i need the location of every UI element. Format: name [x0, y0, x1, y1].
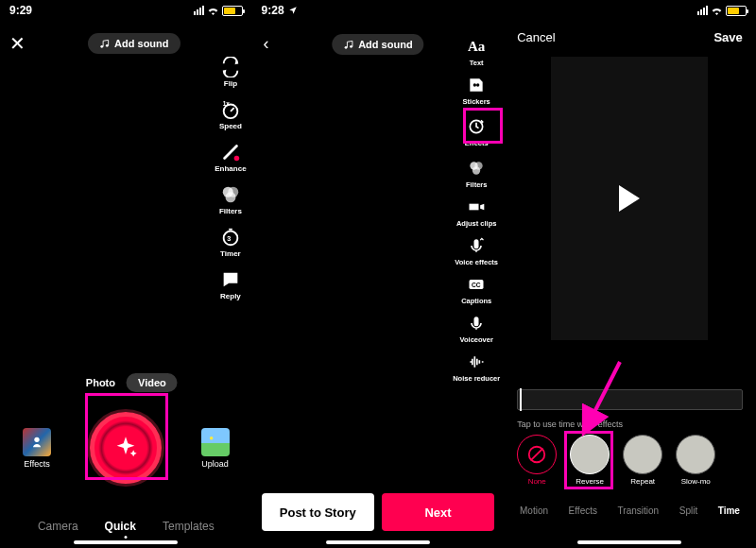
svg-point-7: [225, 192, 235, 202]
tab-camera[interactable]: Camera: [38, 520, 78, 533]
filters-tool[interactable]: Filters: [466, 158, 488, 189]
cat-time[interactable]: Time: [718, 505, 740, 516]
enhance-icon: [220, 142, 241, 163]
status-bar: 9:29: [0, 0, 252, 21]
filters-tool[interactable]: Filters: [219, 184, 242, 215]
timeline-scrubber[interactable]: [517, 389, 743, 410]
svg-point-12: [345, 45, 348, 48]
cat-transition[interactable]: Transition: [618, 505, 660, 516]
status-bar: [504, 0, 756, 21]
edit-tool-rail: Aa Text Stickers Effects Filters Adjust …: [453, 36, 500, 383]
flip-icon: [220, 57, 241, 77]
svg-rect-21: [474, 239, 479, 248]
tab-templates[interactable]: Templates: [163, 520, 215, 533]
add-sound-label: Add sound: [114, 38, 168, 49]
battery-icon: [726, 6, 747, 16]
close-icon[interactable]: ✕: [9, 32, 26, 55]
cancel-button[interactable]: Cancel: [517, 30, 555, 44]
captions-icon: CC: [466, 274, 487, 295]
adjust-clips-tool[interactable]: Adjust clips: [456, 197, 497, 228]
svg-point-10: [34, 437, 39, 441]
mode-photo[interactable]: Photo: [75, 373, 127, 392]
sparkle-icon: [112, 435, 139, 461]
svg-point-11: [210, 436, 214, 439]
next-button[interactable]: Next: [382, 493, 494, 531]
back-icon[interactable]: ‹: [264, 34, 269, 54]
home-indicator: [577, 540, 681, 544]
cat-effects[interactable]: Effects: [569, 505, 597, 516]
home-indicator: [326, 540, 430, 544]
noise-icon: [466, 351, 487, 372]
enhance-tool[interactable]: Enhance: [215, 142, 246, 173]
voiceover-tool[interactable]: Voiceover: [460, 313, 493, 344]
effect-reverse[interactable]: Reverse: [570, 435, 610, 486]
home-indicator: [74, 540, 178, 544]
effects-button[interactable]: Effects: [23, 428, 51, 469]
effects-tool[interactable]: Effects: [462, 113, 491, 150]
location-icon: [288, 6, 298, 15]
svg-text:3: 3: [227, 234, 231, 243]
voiceover-icon: [466, 313, 487, 334]
mode-video[interactable]: Video: [127, 373, 178, 392]
time-effects-screen: Cancel Save Tap to use time warp effects…: [504, 0, 756, 548]
tab-quick[interactable]: Quick: [105, 520, 136, 533]
timer-tool[interactable]: 3 Timer: [220, 227, 241, 258]
cat-split[interactable]: Split: [679, 505, 697, 516]
effect-none[interactable]: None: [517, 435, 557, 486]
voice-effects-icon: [466, 235, 487, 256]
text-tool[interactable]: Aa Text: [466, 36, 487, 67]
svg-text:1x: 1x: [223, 100, 231, 107]
side-tool-rail: Flip 1x Speed Enhance Filters 3 Timer Re…: [215, 57, 246, 300]
capture-mode-toggle[interactable]: Photo Video: [75, 373, 178, 392]
time-effect-options: None Reverse Repeat Slow-mo: [517, 435, 743, 486]
clock: 9:29: [9, 4, 32, 17]
tab-indicator-dot: [125, 536, 128, 539]
post-to-story-button[interactable]: Post to Story: [262, 493, 374, 531]
effect-slowmo[interactable]: Slow-mo: [676, 435, 715, 486]
voice-effects-tool[interactable]: Voice effects: [455, 235, 498, 266]
reply-tool[interactable]: Reply: [220, 269, 241, 300]
signal-icon: [697, 6, 723, 15]
filters-icon: [466, 158, 487, 179]
svg-text:CC: CC: [472, 282, 481, 288]
upload-button[interactable]: Upload: [201, 428, 230, 469]
playhead[interactable]: [520, 388, 522, 411]
add-sound-button[interactable]: Add sound: [332, 34, 423, 55]
speed-tool[interactable]: 1x Speed: [219, 99, 242, 130]
stickers-icon: [466, 75, 487, 95]
save-button[interactable]: Save: [713, 30, 742, 44]
status-bar: 9:28: [252, 0, 505, 21]
add-sound-button[interactable]: Add sound: [88, 33, 180, 54]
stickers-tool[interactable]: Stickers: [463, 75, 490, 106]
svg-point-4: [234, 156, 240, 162]
battery-icon: [222, 6, 243, 16]
effects-icon: [23, 428, 51, 456]
svg-point-19: [472, 166, 480, 174]
reverse-thumb: [570, 435, 610, 474]
speed-icon: 1x: [220, 99, 241, 120]
svg-point-15: [476, 83, 479, 86]
record-screen: 9:29 ✕ Add sound Flip 1x Speed Enhance: [0, 0, 252, 548]
svg-rect-24: [474, 317, 479, 326]
video-preview[interactable]: [551, 57, 708, 340]
play-icon[interactable]: [619, 185, 640, 212]
effect-repeat[interactable]: Repeat: [623, 435, 662, 486]
bottom-tabs[interactable]: Camera Quick Templates: [0, 520, 252, 533]
svg-rect-20: [470, 204, 479, 211]
svg-point-13: [350, 44, 352, 47]
svg-point-1: [106, 43, 109, 46]
filters-icon: [220, 184, 241, 205]
signal-icon: [194, 6, 219, 15]
upload-icon: [201, 428, 230, 456]
svg-point-0: [100, 44, 103, 47]
cat-motion[interactable]: Motion: [520, 505, 548, 516]
hint-text: Tap to use time warp effects: [517, 420, 623, 429]
slowmo-thumb: [676, 435, 715, 474]
noise-reducer-tool[interactable]: Noise reducer: [453, 351, 500, 383]
effect-category-tabs[interactable]: Motion Effects Transition Split Time: [504, 505, 756, 516]
timer-icon: 3: [220, 227, 241, 248]
captions-tool[interactable]: CC Captions: [461, 274, 491, 305]
record-button[interactable]: [90, 412, 162, 484]
flip-tool[interactable]: Flip: [220, 57, 241, 88]
edit-screen: 9:28 ‹ Add sound Aa Text Stickers Effect…: [252, 0, 505, 548]
